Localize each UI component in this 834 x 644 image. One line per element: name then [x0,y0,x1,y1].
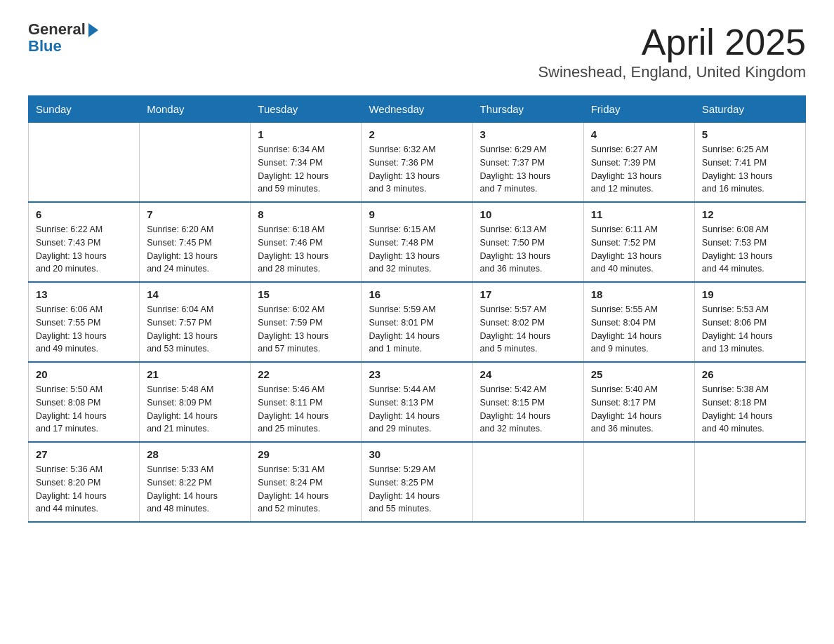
day-info: Sunrise: 6:29 AM Sunset: 7:37 PM Dayligh… [480,143,576,196]
day-number: 3 [480,128,576,140]
day-info: Sunrise: 5:57 AM Sunset: 8:02 PM Dayligh… [480,303,576,356]
calendar-cell: 2Sunrise: 6:32 AM Sunset: 7:36 PM Daylig… [362,123,472,203]
day-header-thursday: Thursday [472,96,583,123]
day-info: Sunrise: 5:53 AM Sunset: 8:06 PM Dayligh… [702,303,798,356]
day-header-friday: Friday [583,96,694,123]
day-info: Sunrise: 5:33 AM Sunset: 8:22 PM Dayligh… [147,463,243,516]
calendar-cell: 1Sunrise: 6:34 AM Sunset: 7:34 PM Daylig… [251,123,362,203]
title-block: April 2025 Swineshead, England, United K… [538,21,806,81]
day-info: Sunrise: 5:42 AM Sunset: 8:15 PM Dayligh… [480,383,576,436]
calendar-cell: 25Sunrise: 5:40 AM Sunset: 8:17 PM Dayli… [583,362,694,442]
calendar-cell [694,442,805,522]
day-info: Sunrise: 6:11 AM Sunset: 7:52 PM Dayligh… [591,223,687,276]
day-number: 10 [480,208,576,220]
day-number: 8 [258,208,354,220]
day-info: Sunrise: 6:32 AM Sunset: 7:36 PM Dayligh… [369,143,465,196]
day-number: 12 [702,208,798,220]
calendar-cell: 23Sunrise: 5:44 AM Sunset: 8:13 PM Dayli… [362,362,472,442]
day-number: 28 [147,448,243,460]
day-info: Sunrise: 5:29 AM Sunset: 8:25 PM Dayligh… [369,463,465,516]
day-info: Sunrise: 6:02 AM Sunset: 7:59 PM Dayligh… [258,303,354,356]
day-info: Sunrise: 5:46 AM Sunset: 8:11 PM Dayligh… [258,383,354,436]
calendar-cell: 13Sunrise: 6:06 AM Sunset: 7:55 PM Dayli… [29,282,140,362]
day-info: Sunrise: 6:25 AM Sunset: 7:41 PM Dayligh… [702,143,798,196]
logo-arrow-icon [88,23,98,37]
days-header-row: SundayMondayTuesdayWednesdayThursdayFrid… [29,96,806,123]
day-info: Sunrise: 6:15 AM Sunset: 7:48 PM Dayligh… [369,223,465,276]
week-row-5: 27Sunrise: 5:36 AM Sunset: 8:20 PM Dayli… [29,442,806,522]
day-number: 22 [258,368,354,380]
calendar-cell: 11Sunrise: 6:11 AM Sunset: 7:52 PM Dayli… [583,202,694,282]
day-number: 9 [369,208,465,220]
day-info: Sunrise: 6:04 AM Sunset: 7:57 PM Dayligh… [147,303,243,356]
calendar-cell: 19Sunrise: 5:53 AM Sunset: 8:06 PM Dayli… [694,282,805,362]
day-info: Sunrise: 5:50 AM Sunset: 8:08 PM Dayligh… [36,383,132,436]
day-info: Sunrise: 5:38 AM Sunset: 8:18 PM Dayligh… [702,383,798,436]
logo: General Blue [28,21,98,55]
day-number: 2 [369,128,465,140]
day-info: Sunrise: 6:27 AM Sunset: 7:39 PM Dayligh… [591,143,687,196]
calendar-cell: 14Sunrise: 6:04 AM Sunset: 7:57 PM Dayli… [140,282,251,362]
calendar-cell: 15Sunrise: 6:02 AM Sunset: 7:59 PM Dayli… [251,282,362,362]
day-info: Sunrise: 6:08 AM Sunset: 7:53 PM Dayligh… [702,223,798,276]
day-header-saturday: Saturday [694,96,805,123]
calendar-cell: 21Sunrise: 5:48 AM Sunset: 8:09 PM Dayli… [140,362,251,442]
logo-blue: Blue [28,37,62,55]
calendar-cell [29,123,140,203]
day-info: Sunrise: 6:22 AM Sunset: 7:43 PM Dayligh… [36,223,132,276]
calendar-cell [140,123,251,203]
day-info: Sunrise: 6:20 AM Sunset: 7:45 PM Dayligh… [147,223,243,276]
calendar-cell: 24Sunrise: 5:42 AM Sunset: 8:15 PM Dayli… [472,362,583,442]
day-number: 21 [147,368,243,380]
calendar-cell: 29Sunrise: 5:31 AM Sunset: 8:24 PM Dayli… [251,442,362,522]
calendar-cell: 20Sunrise: 5:50 AM Sunset: 8:08 PM Dayli… [29,362,140,442]
calendar-cell: 4Sunrise: 6:27 AM Sunset: 7:39 PM Daylig… [583,123,694,203]
calendar-title: April 2025 [538,21,806,63]
calendar-table: SundayMondayTuesdayWednesdayThursdayFrid… [28,95,806,523]
day-info: Sunrise: 5:40 AM Sunset: 8:17 PM Dayligh… [591,383,687,436]
calendar-cell: 17Sunrise: 5:57 AM Sunset: 8:02 PM Dayli… [472,282,583,362]
day-header-tuesday: Tuesday [251,96,362,123]
day-header-sunday: Sunday [29,96,140,123]
day-number: 7 [147,208,243,220]
week-row-1: 1Sunrise: 6:34 AM Sunset: 7:34 PM Daylig… [29,123,806,203]
day-number: 23 [369,368,465,380]
calendar-cell: 26Sunrise: 5:38 AM Sunset: 8:18 PM Dayli… [694,362,805,442]
week-row-3: 13Sunrise: 6:06 AM Sunset: 7:55 PM Dayli… [29,282,806,362]
calendar-cell: 5Sunrise: 6:25 AM Sunset: 7:41 PM Daylig… [694,123,805,203]
day-info: Sunrise: 6:06 AM Sunset: 7:55 PM Dayligh… [36,303,132,356]
day-number: 1 [258,128,354,140]
calendar-cell: 12Sunrise: 6:08 AM Sunset: 7:53 PM Dayli… [694,202,805,282]
day-number: 6 [36,208,132,220]
calendar-cell: 8Sunrise: 6:18 AM Sunset: 7:46 PM Daylig… [251,202,362,282]
calendar-cell: 7Sunrise: 6:20 AM Sunset: 7:45 PM Daylig… [140,202,251,282]
logo-general: General [28,21,86,38]
day-number: 5 [702,128,798,140]
calendar-cell: 3Sunrise: 6:29 AM Sunset: 7:37 PM Daylig… [472,123,583,203]
day-info: Sunrise: 5:59 AM Sunset: 8:01 PM Dayligh… [369,303,465,356]
day-info: Sunrise: 5:44 AM Sunset: 8:13 PM Dayligh… [369,383,465,436]
day-number: 19 [702,288,798,300]
day-number: 30 [369,448,465,460]
day-header-wednesday: Wednesday [362,96,472,123]
day-number: 11 [591,208,687,220]
day-number: 24 [480,368,576,380]
day-number: 26 [702,368,798,380]
day-number: 15 [258,288,354,300]
calendar-cell: 16Sunrise: 5:59 AM Sunset: 8:01 PM Dayli… [362,282,472,362]
day-info: Sunrise: 6:34 AM Sunset: 7:34 PM Dayligh… [258,143,354,196]
day-info: Sunrise: 6:18 AM Sunset: 7:46 PM Dayligh… [258,223,354,276]
calendar-cell: 28Sunrise: 5:33 AM Sunset: 8:22 PM Dayli… [140,442,251,522]
calendar-cell: 30Sunrise: 5:29 AM Sunset: 8:25 PM Dayli… [362,442,472,522]
day-number: 14 [147,288,243,300]
calendar-cell: 27Sunrise: 5:36 AM Sunset: 8:20 PM Dayli… [29,442,140,522]
week-row-2: 6Sunrise: 6:22 AM Sunset: 7:43 PM Daylig… [29,202,806,282]
day-number: 4 [591,128,687,140]
week-row-4: 20Sunrise: 5:50 AM Sunset: 8:08 PM Dayli… [29,362,806,442]
day-number: 29 [258,448,354,460]
day-number: 13 [36,288,132,300]
day-number: 17 [480,288,576,300]
page-header: General Blue April 2025 Swineshead, Engl… [28,21,806,81]
day-info: Sunrise: 5:36 AM Sunset: 8:20 PM Dayligh… [36,463,132,516]
calendar-cell: 22Sunrise: 5:46 AM Sunset: 8:11 PM Dayli… [251,362,362,442]
